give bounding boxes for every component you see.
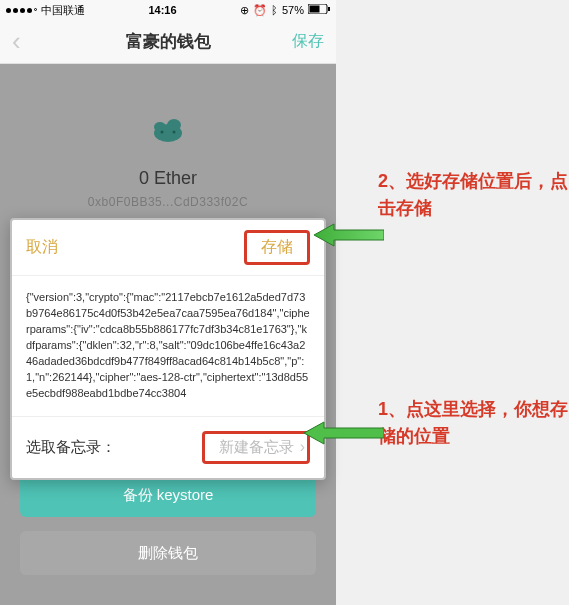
page-title: 富豪的钱包 bbox=[0, 30, 336, 53]
back-icon[interactable]: ‹ bbox=[12, 26, 21, 57]
clock: 14:16 bbox=[148, 4, 176, 16]
battery-icon bbox=[308, 4, 330, 16]
alarm-icon-2: ⏰ bbox=[253, 4, 267, 17]
svg-rect-1 bbox=[309, 6, 319, 13]
carrier-label: 中国联通 bbox=[41, 3, 85, 18]
store-button-highlight: 存储 bbox=[244, 230, 310, 265]
memo-button-highlight: 新建备忘录 › bbox=[202, 431, 310, 464]
alarm-icon: ⊕ bbox=[240, 4, 249, 17]
backup-keystore-button[interactable]: 备份 keystore bbox=[20, 473, 316, 517]
phone-frame: 中国联通 14:16 ⊕ ⏰ ᛒ 57% ‹ 富豪的钱包 保存 0 Ether … bbox=[0, 0, 336, 605]
annotation-1: 1、点这里选择，你想存储的位置 bbox=[378, 396, 569, 450]
chevron-right-icon: › bbox=[300, 438, 305, 456]
memo-select-label: 选取备忘录： bbox=[26, 438, 116, 457]
save-button[interactable]: 保存 bbox=[292, 31, 324, 52]
status-bar: 中国联通 14:16 ⊕ ⏰ ᛒ 57% bbox=[0, 0, 336, 20]
store-button[interactable]: 存储 bbox=[261, 238, 293, 255]
annotation-2: 2、选好存储位置后，点击存储 bbox=[378, 168, 569, 222]
save-modal: 取消 存储 {"version":3,"crypto":{"mac":"2117… bbox=[10, 218, 326, 480]
new-memo-button[interactable]: 新建备忘录 bbox=[219, 438, 294, 457]
nav-bar: ‹ 富豪的钱包 保存 bbox=[0, 20, 336, 64]
keystore-json-text: {"version":3,"crypto":{"mac":"2117ebcb7e… bbox=[12, 276, 324, 417]
delete-wallet-button[interactable]: 删除钱包 bbox=[20, 531, 316, 575]
bluetooth-icon: ᛒ bbox=[271, 4, 278, 16]
signal-dots bbox=[6, 8, 37, 13]
cancel-button[interactable]: 取消 bbox=[26, 237, 58, 258]
svg-rect-2 bbox=[328, 7, 330, 11]
battery-pct: 57% bbox=[282, 4, 304, 16]
